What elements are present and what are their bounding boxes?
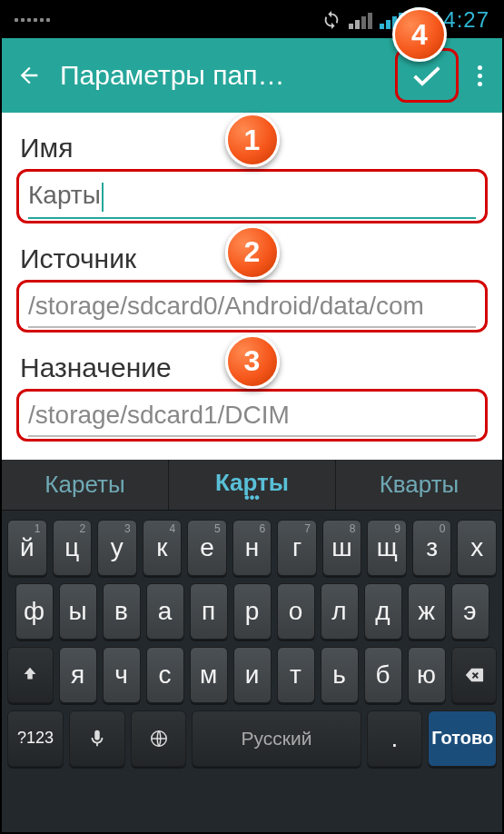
key-а[interactable]: а <box>146 583 184 640</box>
key-м[interactable]: м <box>190 647 228 703</box>
key-ы[interactable]: ы <box>59 583 97 640</box>
key-л[interactable]: л <box>321 583 359 640</box>
key-щ[interactable]: щ9 <box>367 520 407 576</box>
key-period[interactable]: . <box>367 710 423 767</box>
key-ш[interactable]: ш8 <box>322 520 362 576</box>
key-ж[interactable]: ж <box>408 583 446 640</box>
signal-sim1-icon <box>349 11 372 29</box>
key-ф[interactable]: ф <box>15 583 54 640</box>
key-shift[interactable] <box>7 647 54 703</box>
source-input-wrap[interactable]: /storage/sdcard0/Android/data/com <box>16 280 488 333</box>
key-э[interactable]: э <box>451 583 489 640</box>
dest-input-wrap[interactable]: /storage/sdcard1/DCIM <box>16 389 488 442</box>
key-я[interactable]: я <box>59 647 97 703</box>
key-р[interactable]: р <box>233 583 272 640</box>
field-dest: Назначение /storage/sdcard1/DCIM 3 <box>16 349 488 442</box>
overflow-menu-button[interactable] <box>466 65 493 86</box>
key-о[interactable]: о <box>277 583 315 640</box>
suggestion-2[interactable]: Карты ••• <box>169 460 336 510</box>
key-numbers[interactable]: ?123 <box>7 710 64 767</box>
key-done[interactable]: Готово <box>428 710 497 767</box>
key-у[interactable]: у3 <box>97 520 137 576</box>
name-input[interactable]: Карты <box>28 181 101 209</box>
text-cursor <box>102 183 104 212</box>
key-language[interactable] <box>131 710 187 767</box>
key-ь[interactable]: ь <box>321 647 359 703</box>
key-ц[interactable]: ц2 <box>53 520 93 576</box>
key-п[interactable]: п <box>190 583 228 640</box>
key-д[interactable]: д <box>364 583 402 640</box>
drag-handle-icon <box>15 18 50 22</box>
key-backspace[interactable] <box>451 647 498 703</box>
key-г[interactable]: г7 <box>277 520 317 576</box>
key-и[interactable]: и <box>233 647 272 703</box>
key-ч[interactable]: ч <box>103 647 141 703</box>
callout-2: 2 <box>225 225 280 280</box>
callout-1: 1 <box>225 113 280 167</box>
key-з[interactable]: з0 <box>412 520 452 576</box>
key-в[interactable]: в <box>103 583 141 640</box>
key-б[interactable]: б <box>364 647 402 703</box>
suggestion-row: Кареты Карты ••• Кварты <box>2 460 502 511</box>
field-name: Имя Карты 1 <box>16 129 488 223</box>
key-й[interactable]: й1 <box>7 520 47 576</box>
key-к[interactable]: к4 <box>143 520 183 576</box>
confirm-button[interactable]: 4 <box>395 48 459 103</box>
suggestion-more-icon: ••• <box>244 495 260 501</box>
key-space[interactable]: Русский <box>192 710 361 767</box>
app-bar-title: Параметры пап… <box>53 60 395 91</box>
back-button[interactable] <box>16 63 53 88</box>
suggestion-1[interactable]: Кареты <box>2 460 169 510</box>
key-н[interactable]: н6 <box>232 520 272 576</box>
field-source: Источник /storage/sdcard0/Android/data/c… <box>16 240 488 333</box>
key-с[interactable]: с <box>146 647 184 703</box>
key-mic[interactable] <box>69 710 125 767</box>
dest-input[interactable]: /storage/sdcard1/DCIM <box>28 397 476 437</box>
key-row-1: й1ц2у3к4е5н6г7ш8щ9з0х <box>7 520 497 576</box>
key-ю[interactable]: ю <box>408 647 446 703</box>
app-bar: Параметры пап… 4 <box>2 38 502 113</box>
callout-3: 3 <box>225 334 280 389</box>
callout-4: 4 <box>392 7 447 62</box>
key-т[interactable]: т <box>277 647 315 703</box>
key-е[interactable]: е5 <box>187 520 227 576</box>
suggestion-3[interactable]: Кварты <box>336 460 502 510</box>
source-input[interactable]: /storage/sdcard0/Android/data/com <box>28 288 476 328</box>
sync-icon <box>321 10 341 30</box>
key-row-3: ячсмитьбю <box>7 647 497 703</box>
form-body: Имя Карты 1 Источник /storage/sdcard0/An… <box>2 113 502 460</box>
key-х[interactable]: х <box>457 520 497 576</box>
on-screen-keyboard: Кареты Карты ••• Кварты й1ц2у3к4е5н6г7ш8… <box>2 460 502 832</box>
key-row-4: ?123 Русский . Готово <box>7 710 497 767</box>
name-input-wrap[interactable]: Карты <box>16 169 488 223</box>
key-row-2: фывапролджэ <box>7 583 497 640</box>
